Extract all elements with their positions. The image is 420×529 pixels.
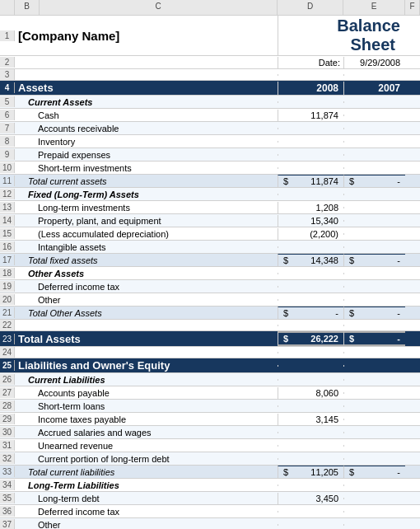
row-14: 14 Property, plant, and equipment 15,340 [0,214,420,227]
row-36: 36 Deferred income tax [0,505,420,518]
total-current-2007: - [397,176,400,186]
total-cl-label: Total current liabilities [15,466,278,478]
total-fixed-2007-dollar: $ [349,255,354,265]
total-other-2008: - [335,308,338,318]
total-other-2007-dollar: $ [349,308,354,318]
ltinv-label: Long-term investments [15,202,278,213]
col-f-header: F [405,0,420,15]
row-17: 17 Total fixed assets $ 14,348 $ - [0,254,420,267]
unearned-label: Unearned revenue [15,440,278,452]
total-fixed-2007: - [397,255,400,265]
row-13: 13 Long-term investments 1,208 [0,201,420,214]
ppe-2008: 15,340 [278,215,343,227]
other-other-label: Other [15,294,278,306]
total-current-dollar: $ [283,176,288,186]
total-fixed-label: Total fixed assets [15,255,278,266]
row-22: 22 [0,320,420,331]
income-tax-label: Income taxes payable [15,414,278,425]
date-label: Date: [278,57,343,68]
row-8: 8 Inventory [0,135,420,148]
row-4-assets-header: 4 Assets 2008 2007 [0,81,420,96]
row-11: 11 Total current assets $ 11,874 $ - [0,175,420,188]
date-value: 9/29/2008 [343,57,405,68]
fixed-assets-label: Fixed (Long-Term) Assets [15,189,278,200]
accrued-label: Accrued salaries and wages [15,427,278,438]
total-cl-2008: 11,205 [310,467,338,477]
col-e-header: E [343,0,405,15]
total-cl-2007-dollar: $ [349,467,354,477]
ap-label: Accounts payable [15,387,278,399]
row-23-total-assets: 23 Total Assets $ 26,222 $ - [0,331,420,347]
year2-header: 2007 [343,82,405,95]
row-1: 1 [Company Name] Balance Sheet [0,16,420,56]
row-9: 9 Prepaid expenses [0,148,420,162]
row-30: 30 Accrued salaries and wages [0,426,420,439]
column-headers: B C D E F [0,0,420,16]
row-27: 27 Accounts payable 8,060 [0,386,420,400]
row-37: 37 Other [0,518,420,529]
stloans-label: Short-term loans [15,400,278,412]
total-assets-2008: 26,222 [310,334,338,344]
total-current-2008: 11,874 [310,176,338,186]
row-3: 3 [0,69,420,81]
total-current-2007-dollar: $ [349,176,354,186]
col-d-header: D [278,0,343,15]
row-28: 28 Short-term loans [0,400,420,413]
ap-2008: 8,060 [278,387,343,399]
row-12: 12 Fixed (Long-Term) Assets [0,188,420,201]
current-liabilities-label: Current Liabilities [15,374,278,386]
total-current-label: Total current assets [15,176,278,187]
total-other-2007: - [397,308,400,318]
total-assets-2007-dollar: $ [349,334,354,344]
company-name: [Company Name] [18,29,119,43]
corner-cell [0,0,15,15]
lt-liabilities-label: Long-Term Liabilities [15,480,278,491]
ltd-2008: 3,450 [278,493,343,504]
total-assets-label: Total Assets [15,332,278,346]
deferred-tax2-label: Deferred income tax [15,506,278,517]
balance-sheet-title: Balance Sheet [337,16,400,54]
row-5: 5 Current Assets [0,96,420,109]
intangible-label: Intangible assets [15,241,278,253]
row-26: 26 Current Liabilities [0,373,420,386]
less-depr-2008: (2,200) [278,228,343,240]
row-15: 15 (Less accumulated depreciation) (2,20… [0,227,420,241]
inventory-label: Inventory [15,136,278,147]
row-31: 31 Unearned revenue [0,439,420,452]
row-10: 10 Short-term investments [0,162,420,175]
prepaid-label: Prepaid expenses [15,149,278,161]
row-29: 29 Income taxes payable 3,145 [0,413,420,426]
current-ltd-label: Current portion of long-term debt [15,453,278,465]
spreadsheet: B C D E F 1 [Company Name] Balance Sheet… [0,0,420,529]
stinv-label: Short-term investments [15,162,278,174]
ar-label: Accounts receivable [15,123,278,134]
ltd-label: Long-term debt [15,493,278,504]
row-6: 6 Cash 11,874 [0,109,420,122]
total-fixed-dollar: $ [283,255,288,265]
row-18: 18 Other Assets [0,267,420,280]
total-fixed-2008: 14,348 [310,255,338,265]
liabilities-header: Liabilities and Owner's Equity [15,358,278,372]
row-34: 34 Long-Term Liabilities [0,479,420,492]
year1-header: 2008 [278,82,343,95]
total-assets-2007: - [397,334,400,344]
assets-header: Assets [15,81,278,95]
total-cl-dollar: $ [283,467,288,477]
total-cl-2007: - [397,467,400,477]
deferred-tax-label: Deferred income tax [15,281,278,293]
row-7: 7 Accounts receivable [0,122,420,135]
row-21: 21 Total Other Assets $ - $ - [0,307,420,320]
ppe-label: Property, plant, and equipment [15,215,278,227]
row-32: 32 Current portion of long-term debt [0,452,420,466]
row-16: 16 Intangible assets [0,241,420,254]
row-33: 33 Total current liabilities $ 11,205 $ … [0,466,420,479]
row-24: 24 [0,347,420,358]
row-2: 2 Date: 9/29/2008 [0,56,420,69]
row-25-liabilities-header: 25 Liabilities and Owner's Equity [0,358,420,373]
total-assets-dollar: $ [283,334,288,344]
other-assets-label: Other Assets [15,268,278,279]
less-depr-label: (Less accumulated depreciation) [15,228,278,240]
row-20: 20 Other [0,293,420,307]
current-assets-label: Current Assets [15,96,278,108]
other-lt-label: Other [15,519,278,530]
